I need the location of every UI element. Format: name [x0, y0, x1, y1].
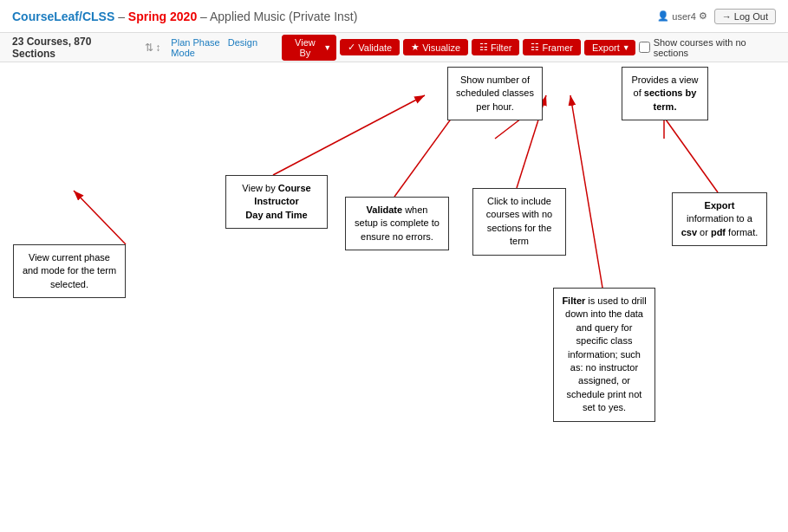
framer-button[interactable]: ☷ Framer: [523, 39, 580, 55]
phase-label: Plan Phase: [171, 37, 219, 48]
sort-icons[interactable]: ⇅ ↕: [145, 42, 160, 54]
callout-sections-term: Provides a view of sections by term.: [622, 67, 708, 120]
subtitle: – Applied Music (Private Inst): [200, 10, 357, 23]
toolbar: 23 Courses, 870 Sections ⇅ ↕ Plan Phase …: [0, 33, 788, 62]
callout-sections-term-text: Provides a view of sections by term.: [631, 75, 698, 112]
filter-button[interactable]: ☷ Filter: [472, 39, 519, 55]
export-caret: ▼: [622, 43, 630, 52]
callout-scheduled: Show number of scheduled classes per hou…: [447, 67, 543, 120]
sort-down-icon[interactable]: ↕: [155, 42, 160, 54]
user-info: 👤 user4 ⚙: [657, 10, 707, 22]
callout-viewby-text: View by CourseInstructorDay and Time: [242, 183, 310, 220]
logout-button[interactable]: → Log Out: [714, 9, 776, 24]
callout-include: Click to include courses with no section…: [472, 188, 566, 256]
svg-line-1: [74, 191, 126, 244]
settings-icon[interactable]: ⚙: [699, 10, 707, 22]
filter-icon: ☷: [479, 42, 488, 53]
framer-icon: ☷: [531, 42, 539, 53]
validate-button[interactable]: ✓ Validate: [340, 39, 400, 55]
validate-label: Validate: [358, 42, 392, 53]
callout-phase-mode-text: View current phase and mode for the term…: [23, 252, 116, 289]
filter-label: Filter: [491, 42, 511, 53]
svg-line-2: [273, 95, 425, 175]
header-title: CourseLeaf/CLSS – Spring 2020 – Applied …: [12, 10, 357, 23]
term-label: Spring 2020: [128, 10, 197, 23]
logout-label: Log Out: [734, 11, 768, 22]
callout-validate: Validate when setup is complete to ensur…: [345, 197, 449, 250]
callout-viewby: View by CourseInstructorDay and Time: [225, 175, 328, 229]
toolbar-left: 23 Courses, 870 Sections ⇅ ↕ Plan Phase …: [12, 36, 282, 60]
callout-validate-text: Validate when setup is complete to ensur…: [355, 204, 440, 242]
callout-scheduled-text: Show number of scheduled classes per hou…: [456, 75, 534, 112]
sort-up-icon[interactable]: ⇅: [145, 42, 153, 54]
svg-line-5: [570, 95, 602, 288]
framer-label: Framer: [542, 42, 572, 53]
callout-phase-mode: View current phase and mode for the term…: [13, 244, 126, 298]
callout-filter-text: Filter is used to drill down into the da…: [562, 295, 646, 412]
callout-filter: Filter is used to drill down into the da…: [553, 288, 655, 422]
show-no-sections-checkbox[interactable]: [639, 42, 650, 53]
callout-export: Export information to a csv or pdf forma…: [672, 192, 767, 246]
user-icon: 👤: [657, 10, 669, 22]
visualize-icon: ★: [411, 42, 420, 53]
export-button[interactable]: Export ▼: [584, 40, 635, 55]
phase-mode: Plan Phase Design Mode: [171, 37, 281, 58]
export-label: Export: [592, 42, 620, 53]
brand-name: CourseLeaf/CLSS: [12, 10, 114, 23]
viewby-button[interactable]: View By ▼: [282, 35, 337, 61]
header: CourseLeaf/CLSS – Spring 2020 – Applied …: [0, 0, 788, 33]
username: user4: [672, 11, 696, 22]
header-separator: –: [118, 10, 128, 23]
show-no-sections-label[interactable]: Show courses with no sections: [639, 37, 776, 58]
toolbar-right: View By ▼ ✓ Validate ★ Visualize ☷ Filte…: [282, 35, 776, 61]
viewby-label: View By: [290, 37, 322, 58]
visualize-label: Visualize: [422, 42, 460, 53]
header-right: 👤 user4 ⚙ → Log Out: [657, 9, 776, 24]
callout-include-text: Click to include courses with no section…: [486, 196, 552, 246]
show-no-sections-text: Show courses with no sections: [654, 37, 776, 58]
viewby-caret: ▼: [323, 43, 331, 52]
validate-icon: ✓: [348, 42, 355, 53]
logout-icon: →: [722, 11, 732, 22]
course-count: 23 Courses, 870 Sections: [12, 36, 134, 60]
main-content: Show number of scheduled classes per hou…: [0, 62, 788, 532]
visualize-button[interactable]: ★ Visualize: [403, 39, 468, 55]
callout-export-text: Export information to a csv or pdf forma…: [681, 200, 759, 237]
